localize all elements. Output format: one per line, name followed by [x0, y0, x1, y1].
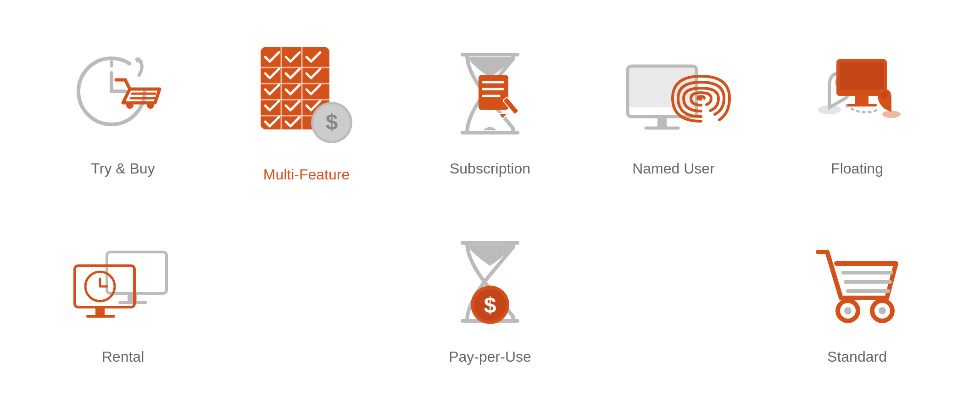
svg-rect-35: [840, 62, 884, 90]
subscription-label: Subscription: [450, 160, 530, 177]
svg-point-5: [126, 101, 134, 109]
standard-label: Standard: [827, 348, 887, 365]
pay-per-use-cell: $ Pay-per-Use: [398, 205, 582, 393]
standard-icon: [807, 234, 908, 335]
svg-point-39: [881, 91, 888, 99]
try-buy-label: Try & Buy: [91, 160, 155, 177]
named-user-label: Named User: [632, 160, 715, 177]
floating-icon: [807, 45, 908, 146]
svg-text:$: $: [326, 110, 338, 134]
floating-cell: Floating: [765, 17, 949, 205]
license-type-grid: Try & Buy: [31, 17, 949, 393]
named-user-icon: [623, 45, 724, 146]
svg-point-6: [147, 101, 154, 109]
multi-feature-label: Multi-Feature: [263, 166, 350, 183]
rental-label: Rental: [102, 348, 145, 365]
rental-icon: [72, 234, 173, 335]
svg-text:$: $: [484, 293, 496, 317]
multi-feature-icon: $: [247, 38, 366, 157]
floating-label: Floating: [831, 160, 883, 177]
svg-rect-28: [628, 66, 696, 107]
svg-point-58: [879, 307, 886, 314]
pay-per-use-label: Pay-per-Use: [449, 348, 531, 365]
standard-cell: Standard: [765, 205, 949, 393]
pay-per-use-icon: $: [440, 234, 540, 335]
empty-cell-4: [582, 205, 765, 393]
subscription-icon: [440, 45, 540, 146]
svg-rect-21: [479, 75, 508, 110]
empty-cell-2: [215, 205, 398, 393]
svg-point-57: [844, 307, 852, 314]
subscription-cell: Subscription: [398, 17, 582, 205]
svg-rect-30: [657, 117, 667, 128]
rental-cell: Rental: [31, 205, 215, 393]
try-buy-icon: [72, 45, 173, 146]
svg-rect-40: [107, 252, 167, 293]
multi-feature-cell: $ Multi-Feature: [215, 17, 398, 205]
named-user-cell: Named User: [582, 17, 765, 205]
try-buy-cell: Try & Buy: [31, 17, 215, 205]
